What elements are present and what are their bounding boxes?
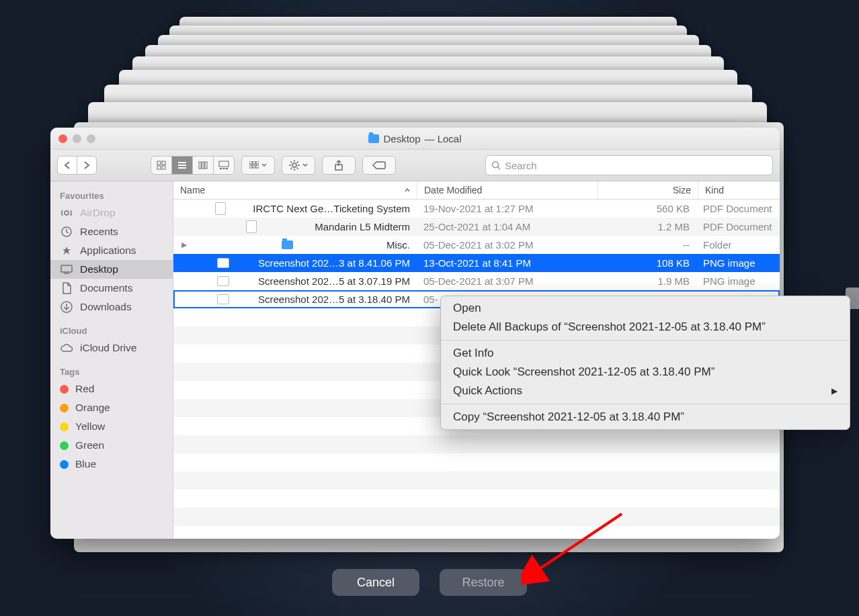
gear-icon bbox=[289, 160, 300, 171]
table-row[interactable]: ▶Misc.05-Dec-2021 at 3:02 PM--Folder bbox=[173, 236, 780, 254]
action-button[interactable] bbox=[282, 156, 315, 175]
file-name: IRCTC Next Ge…Ticketing System bbox=[253, 203, 410, 214]
table-row[interactable]: IRCTC Next Ge…Ticketing System19-Nov-202… bbox=[173, 200, 780, 218]
doc-file-icon bbox=[246, 220, 257, 233]
file-name: Screenshot 202…5 at 3.18.40 PM bbox=[258, 294, 410, 305]
png-file-icon bbox=[217, 276, 229, 286]
column-kind[interactable]: Kind bbox=[698, 181, 780, 199]
column-headers: Name Date Modified Size Kind bbox=[173, 181, 780, 200]
sidebar-item-label: Orange bbox=[75, 402, 110, 414]
sidebar-section-title: Tags bbox=[50, 363, 173, 380]
menu-item[interactable]: Quick Look “Screenshot 2021-12-05 at 3.1… bbox=[441, 363, 850, 382]
view-gallery-button[interactable] bbox=[213, 157, 234, 174]
png-file-icon bbox=[217, 294, 229, 304]
sidebar-item-label: Yellow bbox=[75, 421, 105, 433]
file-name: Screenshot 202…5 at 3.07.19 PM bbox=[258, 275, 410, 287]
context-menu: OpenDelete All Backups of “Screenshot 20… bbox=[440, 296, 850, 430]
svg-rect-14 bbox=[249, 161, 252, 164]
svg-line-26 bbox=[297, 168, 298, 169]
sort-indicator-icon bbox=[405, 188, 410, 192]
sidebar-item[interactable]: Desktop bbox=[50, 260, 173, 279]
menu-item[interactable]: Quick Actions▶ bbox=[441, 382, 850, 400]
recents-icon bbox=[60, 226, 73, 238]
menu-item[interactable]: Copy “Screenshot 2021-12-05 at 3.18.40 P… bbox=[441, 408, 850, 427]
file-kind: PDF Document bbox=[696, 218, 780, 236]
file-date: 05-Dec-2021 at 3:02 PM bbox=[417, 236, 597, 254]
svg-point-33 bbox=[65, 211, 69, 215]
svg-rect-13 bbox=[226, 168, 228, 169]
sidebar-item-label: iCloud Drive bbox=[80, 342, 136, 354]
view-list-button[interactable] bbox=[171, 157, 192, 174]
table-row[interactable]: Mandarin L5 Midterm25-Oct-2021 at 1:04 A… bbox=[173, 218, 780, 236]
sidebar-section-title: iCloud bbox=[50, 322, 173, 339]
column-date[interactable]: Date Modified bbox=[417, 181, 598, 199]
sidebar-item[interactable]: Documents bbox=[50, 279, 173, 298]
menu-separator bbox=[441, 340, 850, 341]
cancel-button[interactable]: Cancel bbox=[332, 569, 419, 596]
column-name[interactable]: Name bbox=[173, 181, 417, 199]
doc-file-icon bbox=[215, 202, 226, 215]
sidebar-item[interactable]: Blue bbox=[50, 455, 173, 474]
menu-item[interactable]: Open bbox=[441, 299, 850, 318]
disclosure-triangle-icon[interactable]: ▶ bbox=[180, 240, 188, 249]
sidebar-item[interactable]: AirDrop bbox=[50, 204, 173, 222]
close-button[interactable] bbox=[58, 134, 67, 143]
file-size: 1.9 MB bbox=[597, 272, 696, 290]
sidebar-item[interactable]: Orange bbox=[50, 398, 173, 417]
table-row[interactable]: Screenshot 202…5 at 3.07.19 PM05-Dec-202… bbox=[173, 272, 780, 290]
restore-button[interactable]: Restore bbox=[440, 569, 527, 596]
share-button[interactable] bbox=[322, 156, 356, 175]
file-kind: Folder bbox=[696, 236, 780, 254]
view-columns-button[interactable] bbox=[192, 157, 213, 174]
folder-file-icon bbox=[282, 240, 293, 249]
maximize-button[interactable] bbox=[87, 134, 95, 143]
svg-line-27 bbox=[290, 168, 292, 169]
titlebar: Desktop — Local bbox=[50, 128, 780, 150]
svg-rect-19 bbox=[256, 165, 259, 168]
menu-item-label: Delete All Backups of “Screenshot 2021-1… bbox=[453, 320, 766, 334]
svg-rect-7 bbox=[199, 162, 201, 169]
png-file-icon bbox=[217, 258, 229, 268]
sidebar-item[interactable]: Applications bbox=[50, 241, 173, 260]
sidebar-item[interactable]: Yellow bbox=[50, 417, 173, 436]
menu-item[interactable]: Get Info bbox=[441, 344, 850, 363]
traffic-lights bbox=[58, 134, 95, 143]
file-date: 13-Oct-2021 at 8:41 PM bbox=[417, 254, 597, 272]
file-size: 108 KB bbox=[597, 254, 696, 272]
table-row[interactable]: Screenshot 202…3 at 8.41.06 PM13-Oct-202… bbox=[173, 254, 780, 272]
sidebar-item[interactable]: iCloud Drive bbox=[50, 339, 173, 357]
menu-item-label: Get Info bbox=[453, 347, 493, 360]
arrange-button[interactable] bbox=[241, 156, 275, 175]
svg-rect-0 bbox=[157, 161, 161, 165]
svg-rect-16 bbox=[256, 161, 259, 164]
minimize-button[interactable] bbox=[73, 134, 81, 143]
column-size[interactable]: Size bbox=[598, 181, 698, 199]
forward-button[interactable] bbox=[77, 157, 96, 174]
sidebar-item[interactable]: Green bbox=[50, 436, 173, 455]
sidebar-item[interactable]: Recents bbox=[50, 222, 173, 241]
svg-rect-8 bbox=[202, 162, 204, 169]
menu-item-label: Copy “Screenshot 2021-12-05 at 3.18.40 P… bbox=[453, 410, 684, 424]
chevron-down-icon bbox=[261, 163, 267, 167]
tags-button[interactable] bbox=[362, 156, 396, 175]
tag-icon bbox=[372, 161, 386, 170]
menu-item-label: Open bbox=[453, 302, 481, 315]
svg-point-31 bbox=[493, 162, 499, 168]
menu-item[interactable]: Delete All Backups of “Screenshot 2021-1… bbox=[441, 318, 850, 337]
svg-rect-18 bbox=[253, 165, 255, 168]
sidebar-item[interactable]: Red bbox=[50, 380, 173, 398]
svg-point-20 bbox=[292, 163, 296, 167]
file-date: 25-Oct-2021 at 1:04 AM bbox=[417, 218, 597, 236]
sidebar-item[interactable]: Downloads bbox=[50, 298, 173, 316]
search-input[interactable]: Search bbox=[485, 155, 773, 175]
file-size: -- bbox=[597, 236, 696, 254]
search-icon bbox=[491, 161, 501, 170]
file-kind: PNG image bbox=[696, 254, 780, 272]
share-icon bbox=[334, 160, 343, 171]
apps-icon bbox=[60, 245, 73, 257]
file-date: 05-Dec-2021 at 3:07 PM bbox=[417, 272, 597, 290]
desktop-icon bbox=[60, 265, 73, 274]
menu-item-label: Quick Actions bbox=[453, 384, 522, 398]
view-icons-button[interactable] bbox=[151, 157, 171, 174]
back-button[interactable] bbox=[58, 157, 77, 174]
